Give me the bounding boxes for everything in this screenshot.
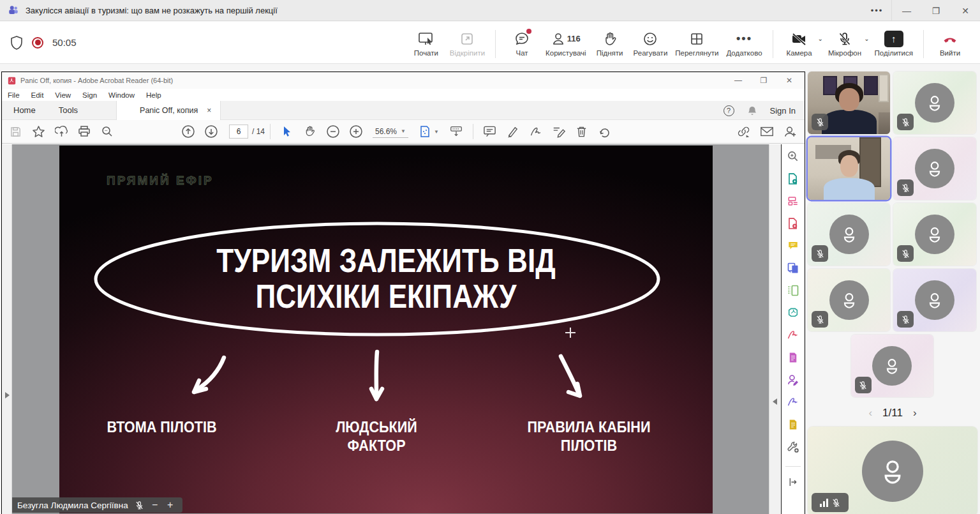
zoom-in-icon[interactable] (348, 123, 364, 140)
fit-page-icon[interactable] (417, 123, 433, 140)
collapse-tools-icon[interactable] (786, 475, 800, 489)
participants-panel: ‹ 1/11 › (808, 66, 980, 514)
request-signatures-icon[interactable] (786, 373, 800, 387)
page-number-input[interactable]: 6 (229, 125, 248, 139)
find-icon[interactable] (99, 123, 115, 140)
mic-button[interactable]: Мікрофон (824, 26, 865, 59)
titlebar-more-button[interactable]: ••• (863, 0, 892, 21)
menu-view[interactable]: View (49, 91, 77, 99)
export-pdf-icon[interactable] (786, 172, 800, 186)
collapse-tools-pane-icon[interactable] (773, 398, 777, 405)
edit-pdf-icon[interactable] (786, 194, 800, 208)
participant-tile[interactable] (893, 269, 976, 331)
participant-tile-large[interactable] (808, 427, 977, 514)
raise-hand-button[interactable]: Підняти (590, 26, 630, 59)
page-display-icon[interactable] (448, 123, 464, 140)
participant-tile[interactable] (808, 72, 890, 134)
protect-icon[interactable] (786, 418, 800, 432)
chat-button[interactable]: Чат (502, 26, 542, 59)
nav-pane-strip[interactable] (3, 144, 12, 514)
view-button[interactable]: Переглянути (671, 26, 722, 59)
tab-home[interactable]: Home (2, 101, 47, 120)
prev-page-chevron-icon[interactable]: ‹ (868, 407, 872, 420)
zoom-level-select[interactable]: 56.6%▼ (373, 126, 408, 138)
combine-files-icon[interactable] (786, 261, 800, 275)
participant-tile[interactable] (893, 72, 976, 134)
organize-pages-icon[interactable] (786, 283, 800, 298)
print-icon[interactable] (76, 123, 93, 140)
more-tools-icon[interactable] (786, 440, 800, 454)
participant-tile[interactable] (893, 203, 976, 266)
edit-page-icon[interactable] (786, 351, 800, 365)
minimize-button[interactable]: — (892, 0, 921, 21)
start-button[interactable]: Почати (406, 26, 446, 59)
star-icon[interactable] (30, 123, 47, 140)
select-tool-icon[interactable] (279, 123, 295, 140)
more-button[interactable]: ••• Додатково (722, 26, 766, 59)
next-page-icon[interactable] (203, 123, 219, 140)
menu-window[interactable]: Window (103, 91, 140, 99)
expand-nav-pane-icon[interactable] (5, 392, 10, 398)
mic-muted-icon (855, 377, 872, 393)
email-icon[interactable] (759, 123, 775, 140)
participant-tile[interactable] (851, 335, 933, 397)
create-pdf-icon[interactable] (786, 216, 800, 231)
share-button[interactable]: ↑ Поділитися (871, 26, 917, 59)
sign-pen-icon[interactable] (528, 123, 544, 140)
toolbar-divider (495, 30, 496, 58)
hand-tool-icon[interactable] (302, 123, 318, 140)
comment-tool-icon[interactable] (786, 239, 800, 253)
leave-button[interactable]: Вийти (930, 26, 970, 59)
participant-tile[interactable] (808, 269, 890, 331)
tab-document[interactable]: Panic Off, копия × (116, 101, 221, 120)
delete-icon[interactable] (574, 123, 590, 140)
redo-icon[interactable] (597, 123, 613, 140)
maximize-button[interactable]: ❐ (921, 0, 951, 21)
mic-options-chevron-icon[interactable]: ⌄ (864, 35, 869, 42)
fill-sign-icon[interactable] (786, 328, 800, 342)
sidebar-divider (785, 466, 801, 467)
participants-button[interactable]: 116 Користувачі (542, 26, 590, 59)
acrobat-restore-button[interactable]: ❐ (751, 72, 776, 89)
share-zoom-in-button[interactable]: + (166, 499, 175, 511)
unpin-button[interactable]: Відкріпити (446, 26, 489, 59)
camera-options-chevron-icon[interactable]: ⌄ (818, 35, 823, 42)
bell-icon[interactable] (747, 105, 757, 116)
sign-in-button[interactable]: Sign In (770, 106, 796, 116)
menu-help[interactable]: Help (140, 91, 167, 99)
participant-tile[interactable] (808, 137, 890, 200)
save-icon[interactable] (7, 123, 24, 140)
camera-button[interactable]: Камера (780, 26, 819, 59)
menu-sign[interactable]: Sign (77, 91, 103, 99)
acrobat-close-button[interactable]: ✕ (776, 72, 802, 89)
fit-page-chevron-icon[interactable]: ▼ (434, 129, 439, 135)
comment-icon[interactable] (482, 123, 498, 140)
compress-pdf-icon[interactable] (786, 306, 800, 320)
tab-tools[interactable]: Tools (47, 101, 89, 120)
react-button[interactable]: Реагувати (630, 26, 672, 59)
previous-page-icon[interactable] (180, 123, 197, 140)
acrobat-menubar: File Edit View Sign Window Help (2, 89, 805, 101)
fill-sign-icon[interactable] (551, 123, 567, 140)
search-tool-icon[interactable] (786, 149, 800, 163)
mic-muted-icon (812, 245, 828, 262)
menu-file[interactable]: File (2, 91, 26, 99)
close-button[interactable]: ✕ (951, 0, 980, 21)
share-file-icon[interactable] (53, 123, 70, 140)
highlight-icon[interactable] (505, 123, 521, 140)
certificates-icon[interactable] (786, 395, 800, 409)
scrollbar-strip[interactable] (769, 144, 781, 514)
menu-edit[interactable]: Edit (26, 91, 50, 99)
add-user-icon[interactable] (782, 123, 798, 140)
acrobat-minimize-button[interactable]: — (725, 72, 751, 89)
share-link-icon[interactable] (736, 123, 752, 140)
share-zoom-out-button[interactable]: − (151, 499, 160, 511)
participant-tile[interactable] (893, 137, 976, 200)
participant-tile[interactable] (808, 203, 890, 266)
tab-close-icon[interactable]: × (207, 106, 211, 115)
screen: Закулісся авіації в туризмі: що вам не р… (0, 0, 980, 514)
next-page-chevron-icon[interactable]: › (913, 407, 917, 420)
help-icon[interactable]: ? (724, 105, 734, 116)
toolbar-divider (923, 30, 924, 58)
zoom-out-icon[interactable] (325, 123, 341, 140)
